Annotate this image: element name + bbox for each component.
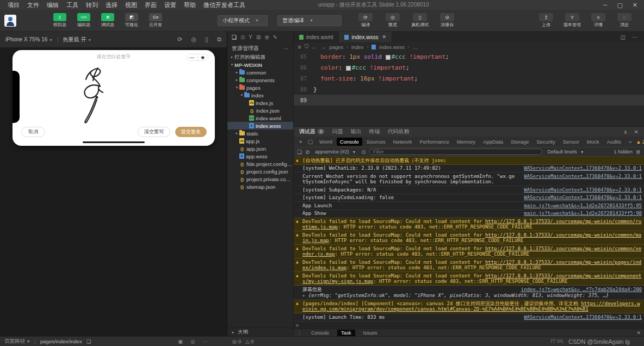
bottom-tab-Issues[interactable]: Issues [360,330,381,336]
console-filter-input[interactable] [369,149,542,155]
tree-item-components[interactable]: ▸components [227,76,293,84]
menu-icon[interactable]: ≡ [298,44,301,50]
action-真机调试[interactable]: ▯真机调试 [408,13,432,28]
clear-rewrite-button[interactable]: 清空重写 [138,127,170,137]
tree-item-project.private.config.js[interactable]: {}project.private.config.js… [227,175,293,183]
miniprogram-capsule[interactable]: ••• ◉ [187,54,208,61]
page-path-value[interactable]: pages/index/index [40,338,82,344]
tree-item-[interactable]: ▸打开的编辑器 [227,53,293,61]
eye-icon[interactable]: ◎ [190,338,195,344]
code-editor[interactable]: 85 border: 1px solid #ccc !important;86 … [294,51,644,126]
log-levels-select[interactable]: Default levels▼ [546,149,586,155]
devtools-tab-AppData[interactable]: AppData [480,138,506,146]
submit-signature-button[interactable]: 提交签名 [175,127,207,137]
inspect-element-icon[interactable]: ⌖ [297,139,305,145]
back-icon[interactable]: ← [312,44,317,50]
edit-icon[interactable]: ✎ [273,34,277,40]
expand-arrow-icon[interactable]: ▸ [302,293,308,298]
copy-path-icon[interactable]: ❏ [86,338,91,344]
console-settings-icon[interactable]: ⚙ [636,149,641,155]
panel-tab-终端[interactable]: 终端 [369,128,380,135]
close-tab-icon[interactable]: ✕ [382,34,386,40]
list-icon[interactable]: ≣ [264,34,269,40]
kebab-menu-icon[interactable]: ⋮ [297,330,302,336]
action-预览[interactable]: ◎预览 [381,13,405,28]
devtools-tab-Sensor[interactable]: Sensor [560,138,583,146]
device-preview-icon[interactable]: ▣ [178,338,183,344]
forward-icon[interactable]: → [320,44,326,50]
clear-console-icon[interactable]: ⊘ [305,149,309,155]
devtools-tab-Wxml[interactable]: Wxml [316,138,336,146]
files-icon[interactable]: ❏ [232,34,237,40]
hot-reload-select[interactable]: 热重载 开 ▼ [63,36,92,44]
search-icon[interactable]: ⊙ [240,34,245,40]
close-icon[interactable]: ✕ [636,330,641,336]
action-版本管理[interactable]: Y版本管理 [560,13,584,28]
breadcrumb-item[interactable]: pages [329,44,343,50]
tree-item-app.js[interactable]: JSapp.js [227,137,293,145]
filter-eye-icon[interactable]: ⊙ [361,149,366,155]
bookmark-icon[interactable]: ⛉ [305,44,309,50]
toggle-模拟器[interactable]: ▯模拟器 [50,13,70,28]
devtools-warning-count[interactable]: ▲2 [636,139,644,145]
tree-item-pages[interactable]: ▾pages [227,84,293,91]
devtools-tab-Storage[interactable]: Storage [507,138,532,146]
collapse-icon[interactable]: ∧ [623,129,627,135]
action-消息[interactable]: ◌消息 [612,13,636,28]
panel-tab-调试器[interactable]: 调试器2 [299,128,324,135]
device-icon[interactable]: ▯ [205,36,208,43]
git-icon[interactable]: Y [249,34,252,40]
extensions-icon[interactable]: ⊞ [256,34,261,40]
panel-tab-代码依赖[interactable]: 代码依赖 [387,128,409,135]
menu-item-帮助[interactable]: 帮助 [184,1,196,9]
signature-drawing[interactable] [67,64,127,129]
devtools-tab-Console[interactable]: Console [337,138,362,146]
page-path-select[interactable]: 页面路径 ▼ [4,338,30,345]
panel-tab-问题[interactable]: 问题 [332,128,343,135]
tree-item-app.wxss[interactable]: Sapp.wxss [227,152,293,160]
toggle-云开发[interactable]: Co云开发 [146,13,165,28]
message-url-link[interactable]: http://127.0.0.1:37533/.sourcemap/mp-wei… [302,246,641,257]
breadcrumb-item[interactable]: … [412,44,418,50]
action-编译[interactable]: ⟳编译 [354,13,377,28]
action-详情[interactable]: ≡详情 [586,13,610,28]
mode-select[interactable]: 小程序模式▼ [218,15,268,26]
toggle-可视化[interactable]: ◩可视化 [122,13,141,28]
devtools-tab-»[interactable]: » [626,138,635,146]
compile-mode-select[interactable]: 普通编译▼ [277,15,342,26]
tree-item-fide.project.config.json[interactable]: {}fide.project.config.json [227,160,293,168]
menu-item-界面[interactable]: 界面 [145,1,157,9]
menu-item-设置[interactable]: 设置 [164,1,176,9]
menu-item-微信开发者工具[interactable]: 微信开发者工具 [203,1,245,9]
close-icon[interactable]: ✕ [633,2,637,9]
tree-item-index.js[interactable]: JSindex.js [227,99,293,107]
devtools-tab-Performance[interactable]: Performance [416,138,452,146]
devtools-tab-Memory[interactable]: Memory [454,138,479,146]
editor-tab-index.wxml[interactable]: index.wxml [294,32,339,42]
menu-item-工具[interactable]: 工具 [66,1,78,9]
source-location-link[interactable]: WAServiceMainContext…17360470&v=2.33.0:1 [524,195,642,201]
tree-item-app.json[interactable]: {}app.json [227,145,293,152]
menu-item-视图[interactable]: 视图 [125,1,137,9]
cursor-position-label[interactable]: 行 89, [550,338,564,345]
close-icon[interactable]: ✕ [634,129,639,135]
device-toolbar-icon[interactable]: ▢ [306,139,315,145]
source-location-link[interactable]: WAServiceMainContext…17360470&v=2.33.0:1 [524,314,642,320]
devtools-tab-Network[interactable]: Network [390,138,416,146]
source-location-link[interactable]: WAServiceMainContext…17360470&v=2.33.0:1 [524,187,642,193]
menu-item-转到[interactable]: 转到 [86,1,98,9]
tree-item-index.wxss[interactable]: Sindex.wxss [227,122,293,129]
source-location-link[interactable]: index.js?t=wechat&s=_…f7c7dab26a24da4:20… [521,287,642,293]
menu-item-文件[interactable]: 文件 [27,1,39,9]
message-url-link[interactable]: https://developers.weixin.qq.com/minipro… [302,301,640,312]
execution-context-select[interactable]: appservice (#2)▼ [313,149,358,155]
tree-item-MP-WEIXIN[interactable]: ▾MP-WEIXIN [227,61,293,69]
tree-item-common[interactable]: ▸common [227,69,293,76]
breadcrumb-item[interactable]: index [351,44,364,50]
source-location-link[interactable]: main.js?t=wechat&s=1…1d2e267281433ff5:95 [524,203,642,209]
more-icon[interactable]: ⋯ [202,338,208,344]
user-avatar[interactable] [4,15,16,27]
split-editor-icon[interactable]: ◫ [621,34,626,40]
message-url-link[interactable]: http://127.0.0.1:37533/.sourcemap/mp-wei… [302,273,641,285]
rotate-icon[interactable]: ⟳ [177,36,182,43]
